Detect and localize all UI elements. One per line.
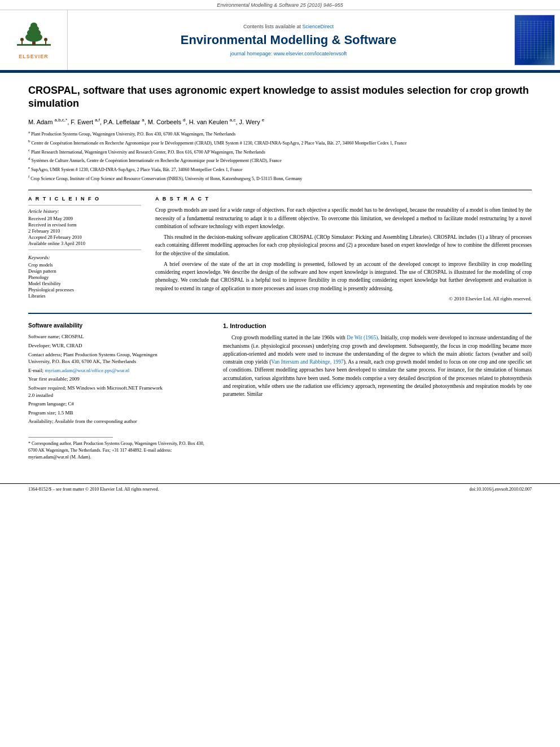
copyright-text: © 2010 Elsevier Ltd. All rights reserved… — [155, 296, 532, 302]
software-email[interactable]: E-mail; myriam.adam@wur.nl/office.pps@wu… — [28, 367, 209, 374]
abstract-heading: A B S T R A C T — [155, 196, 532, 202]
sciencedirect-prefix: Contents lists available at — [243, 24, 303, 29]
page-bottom: 1364-8152/$ – see front matter © 2010 El… — [0, 483, 560, 492]
abstract-divider-top — [28, 190, 532, 190]
page-wrapper: Environmental Modelling & Software 25 (2… — [0, 0, 560, 492]
article-info-heading: A R T I C L E I N F O — [28, 196, 141, 202]
abstract-para-1: Crop growth models are used for a wide r… — [155, 206, 532, 230]
elsevier-logo: ELSEVIER — [14, 21, 54, 59]
doi-text: doi:10.1016/j.envsoft.2010.02.007 — [470, 487, 532, 492]
history-online: Available online 3 April 2010 — [28, 241, 141, 246]
history-label: Article history: — [28, 208, 141, 214]
keyword-physiological: Physiological processes — [28, 287, 141, 292]
footnote-area: * Corresponding author. Plant Production… — [28, 434, 209, 461]
software-contact: Contact address; Plant Production System… — [28, 351, 209, 365]
elsevier-logo-area: ELSEVIER — [0, 10, 68, 70]
journal-title-area: Contents lists available at ScienceDirec… — [68, 10, 509, 70]
keywords-label: Keywords: — [28, 255, 141, 260]
keyword-phenology: Phenology — [28, 274, 141, 280]
history-received: Received 28 May 2009 — [28, 216, 141, 221]
history-accepted: Accepted 28 February 2010 — [28, 234, 141, 240]
vanittersum-ref[interactable]: Van Ittersum and Rabbinge, 1997 — [271, 359, 343, 365]
affiliation-c: c Plant Research International, Wagening… — [28, 147, 532, 156]
issn-text: 1364-8152/$ – see front matter © 2010 El… — [28, 487, 159, 492]
affiliations: a Plant Production Systems Group, Wageni… — [28, 129, 532, 182]
software-heading: Software availability — [28, 322, 209, 329]
email-link[interactable]: myriam.adam@wur.nl/office.pps@wur.nl — [45, 368, 129, 373]
software-required: Software required; MS Windows with Micro… — [28, 385, 209, 399]
affiliation-e: e SupAgro, UMR System # 1230, CIRAD-INRA… — [28, 165, 532, 173]
keyword-libraries: Libraries — [28, 293, 141, 299]
software-developer: Developer; WUR, CIRAD — [28, 342, 209, 350]
abstract-para-3: A brief overview of the state of the art… — [155, 260, 532, 292]
journal-citation: Environmental Modelling & Software 25 (2… — [0, 0, 560, 10]
svg-point-8 — [44, 38, 47, 41]
software-language: Program language; C# — [28, 400, 209, 408]
history-revised-date: 2 February 2010 — [28, 228, 141, 234]
software-availability-col: Software availability Software name; CRO… — [28, 322, 209, 461]
keyword-model-flexibility: Model flexibility — [28, 281, 141, 286]
main-content: CROSPAL, software that uses agronomic ex… — [0, 73, 560, 472]
sciencedirect-anchor[interactable]: ScienceDirect — [303, 24, 334, 29]
journal-cover-area — [509, 10, 560, 70]
article-info-abstract: A R T I C L E I N F O Article history: R… — [28, 196, 532, 304]
authors-line: M. Adam a,b,c,*, F. Ewert a,f, P.A. Leff… — [28, 117, 532, 125]
software-year: Year first available; 2009 — [28, 375, 209, 383]
dewit-ref[interactable]: De Wit (1965) — [347, 335, 378, 340]
section-divider-bottom — [28, 313, 532, 314]
elsevier-label: ELSEVIER — [19, 54, 49, 59]
introduction-col: 1. Introduction Crop growth modelling st… — [223, 322, 532, 461]
journal-homepage[interactable]: journal homepage: www.elsevier.com/locat… — [230, 51, 347, 56]
keyword-design-pattern: Design pattern — [28, 268, 141, 274]
affiliation-f: f Crop Science Group, Institute of Crop … — [28, 174, 532, 182]
affiliation-d: d Systèmes de Culture Annuels, Centre de… — [28, 156, 532, 164]
affiliation-a: a Plant Production Systems Group, Wageni… — [28, 129, 532, 138]
software-availability: Availability; Available from the corresp… — [28, 418, 209, 425]
bottom-section: Software availability Software name; CRO… — [28, 322, 532, 461]
article-info-section: A R T I C L E I N F O Article history: R… — [28, 196, 141, 299]
svg-point-5 — [30, 23, 37, 28]
abstract-col: A B S T R A C T Crop growth models are u… — [155, 196, 532, 304]
journal-header: ELSEVIER Contents lists available at Sci… — [0, 10, 560, 71]
abstract-text: Crop growth models are used for a wide r… — [155, 206, 532, 292]
footnote-divider — [28, 437, 113, 438]
history-revised: Received in revised form — [28, 222, 141, 228]
svg-point-6 — [20, 38, 24, 41]
article-history-box: Article history: Received 28 May 2009 Re… — [28, 205, 141, 250]
footnote-text: * Corresponding author. Plant Production… — [28, 440, 209, 461]
journal-cover-image — [514, 15, 555, 65]
keyword-crop-models: Crop models — [28, 262, 141, 268]
intro-text: Crop growth modelling started in the lat… — [223, 334, 532, 398]
article-info-col: A R T I C L E I N F O Article history: R… — [28, 196, 141, 304]
journal-title: Environmental Modelling & Software — [181, 33, 397, 47]
article-title: CROSPAL, software that uses agronomic ex… — [28, 84, 532, 111]
software-size: Program size; 1.5 MB — [28, 409, 209, 417]
sciencedirect-link[interactable]: Contents lists available at ScienceDirec… — [243, 24, 334, 29]
software-name: Software name; CROSPAL — [28, 333, 209, 340]
intro-heading: 1. Introduction — [223, 322, 532, 329]
affiliation-b: b Centre de Coopération Internationale e… — [28, 138, 532, 147]
elsevier-tree-icon — [14, 21, 54, 53]
intro-para-1: Crop growth modelling started in the lat… — [223, 334, 532, 398]
abstract-para-2: This resulted in the decision-making sof… — [155, 233, 532, 257]
citation-text: Environmental Modelling & Software 25 (2… — [217, 2, 343, 8]
homepage-link[interactable]: journal homepage: www.elsevier.com/locat… — [230, 51, 347, 56]
keywords-section: Keywords: Crop models Design pattern Phe… — [28, 255, 141, 299]
